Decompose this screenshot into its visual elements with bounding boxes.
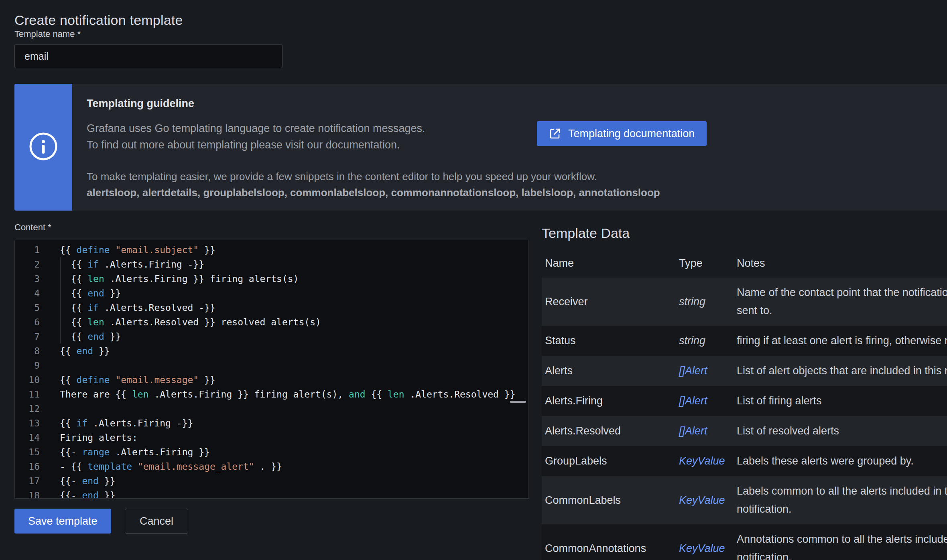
- code-line: 4 {{ end }}: [15, 286, 528, 300]
- code-line: 6 {{ len .Alerts.Resolved }} resolved al…: [15, 315, 528, 329]
- field-name: GroupLabels: [545, 455, 679, 467]
- code-text: {{ define "email.message" }}: [40, 373, 215, 387]
- line-number: 16: [15, 459, 40, 474]
- code-line: 2 {{ if .Alerts.Firing -}}: [15, 257, 528, 272]
- line-number: 8: [15, 344, 40, 358]
- field-type-link[interactable]: []Alert: [679, 395, 737, 407]
- code-text: [40, 358, 60, 373]
- content-code-editor[interactable]: 1{{ define "email.subject" }}2 {{ if .Al…: [14, 240, 529, 499]
- field-notes: Labels common to all the alerts included…: [737, 476, 947, 524]
- template-data-row: GroupLabelsKeyValueLabels these alerts w…: [542, 446, 947, 476]
- code-line: 14Firing alerts:: [15, 430, 528, 445]
- guideline-text-line1: Grafana uses Go templating language to c…: [87, 120, 947, 137]
- line-number: 10: [15, 373, 40, 387]
- template-name-label: Template name *: [14, 29, 81, 39]
- template-data-row: Alerts.Resolved[]AlertList of resolved a…: [542, 416, 947, 446]
- code-text: - {{ template "email.message_alert" . }}: [40, 459, 282, 474]
- field-type-link[interactable]: KeyValue: [679, 494, 737, 507]
- cancel-button[interactable]: Cancel: [125, 509, 188, 534]
- save-template-button[interactable]: Save template: [14, 509, 111, 534]
- template-data-table: Name Type Notes ReceiverstringName of th…: [542, 254, 947, 560]
- line-number: 3: [15, 272, 40, 286]
- field-type-link[interactable]: KeyValue: [679, 455, 737, 467]
- guideline-text-line2: To find out more about templating please…: [87, 137, 947, 153]
- code-text: {{ define "email.subject" }}: [40, 243, 215, 257]
- code-line: 13{{ if .Alerts.Firing -}}: [15, 416, 528, 430]
- line-number: 2: [15, 257, 40, 272]
- template-data-row: CommonAnnotationsKeyValueAnnotations com…: [542, 524, 947, 560]
- line-number: 4: [15, 286, 40, 300]
- code-text: {{- range .Alerts.Firing }}: [40, 445, 210, 459]
- field-notes: List of firing alerts: [737, 386, 947, 416]
- code-line: 15{{- range .Alerts.Firing }}: [15, 445, 528, 459]
- code-line: 9: [15, 358, 528, 373]
- field-type-link[interactable]: KeyValue: [679, 542, 737, 555]
- code-text: Firing alerts:: [40, 430, 138, 445]
- field-name: Status: [545, 335, 679, 347]
- external-link-icon: [549, 128, 561, 140]
- code-line: 3 {{ len .Alerts.Firing }} firing alerts…: [15, 272, 528, 286]
- template-data-row: Statusstringfiring if at least one alert…: [542, 326, 947, 356]
- code-line: 12: [15, 402, 528, 416]
- code-lines: 1{{ define "email.subject" }}2 {{ if .Al…: [15, 240, 528, 499]
- line-number: 11: [15, 387, 40, 402]
- column-header-notes: Notes: [737, 258, 947, 269]
- code-line: 10{{ define "email.message" }}: [15, 373, 528, 387]
- field-notes: Labels these alerts were grouped by.: [737, 446, 947, 476]
- field-notes: Annotations common to all the alerts inc…: [737, 524, 947, 560]
- code-text: {{- end }}: [40, 474, 115, 488]
- field-name: CommonLabels: [545, 494, 679, 507]
- info-icon: [28, 132, 58, 163]
- line-number: 6: [15, 315, 40, 329]
- code-line: 16- {{ template "email.message_alert" . …: [15, 459, 528, 474]
- line-number: 14: [15, 430, 40, 445]
- code-line: 1{{ define "email.subject" }}: [15, 243, 528, 257]
- code-text: {{ if .Alerts.Resolved -}}: [40, 300, 215, 315]
- code-line: 11There are {{ len .Alerts.Firing }} fir…: [15, 387, 528, 402]
- template-data-rows: ReceiverstringName of the contact point …: [542, 278, 947, 560]
- code-text: [40, 402, 60, 416]
- code-text: {{ end }}: [40, 344, 110, 358]
- line-number: 12: [15, 402, 40, 416]
- guideline-title: Templating guideline: [87, 97, 947, 110]
- field-type-link[interactable]: []Alert: [679, 425, 737, 437]
- code-text: {{ end }}: [40, 329, 121, 344]
- line-number: 18: [15, 488, 40, 499]
- template-data-row: ReceiverstringName of the contact point …: [542, 278, 947, 326]
- content-label: Content *: [14, 222, 51, 233]
- field-type-link[interactable]: []Alert: [679, 365, 737, 377]
- line-number: 17: [15, 474, 40, 488]
- code-line: 17{{- end }}: [15, 474, 528, 488]
- field-notes: Name of the contact point that the notif…: [737, 278, 947, 326]
- line-number: 5: [15, 300, 40, 315]
- snippets-block: To make templating easier, we provide a …: [87, 168, 947, 201]
- template-data-row: Alerts.Firing[]AlertList of firing alert…: [542, 386, 947, 416]
- code-text: There are {{ len .Alerts.Firing }} firin…: [40, 387, 516, 402]
- field-type: string: [679, 296, 737, 308]
- editor-cursor-bar: [510, 401, 526, 403]
- page-title: Create notification template: [14, 12, 183, 28]
- template-data-row: CommonLabelsKeyValueLabels common to all…: [542, 476, 947, 524]
- code-text: {{- end }}: [40, 488, 115, 499]
- template-data-row: Alerts[]AlertList of alert objects that …: [542, 356, 947, 386]
- field-name: Alerts.Firing: [545, 395, 679, 407]
- code-line: 7 {{ end }}: [15, 329, 528, 344]
- template-name-input[interactable]: [14, 44, 282, 68]
- line-number: 1: [15, 243, 40, 257]
- field-name: Alerts.Resolved: [545, 425, 679, 437]
- code-text: {{ if .Alerts.Firing -}}: [40, 416, 193, 430]
- templating-documentation-label: Templating documentation: [568, 128, 695, 140]
- callout-body: Templating guideline Grafana uses Go tem…: [72, 84, 947, 211]
- create-notification-template-page: Create notification template Template na…: [0, 0, 947, 560]
- snippets-intro: To make templating easier, we provide a …: [87, 168, 947, 185]
- snippets-list: alertsloop, alertdetails, grouplabelsloo…: [87, 185, 947, 201]
- field-notes: List of resolved alerts: [737, 416, 947, 446]
- line-number: 9: [15, 358, 40, 373]
- field-notes: firing if at least one alert is firing, …: [737, 326, 947, 356]
- field-name: CommonAnnotations: [545, 542, 679, 555]
- template-data-panel: Template Data Name Type Notes Receiverst…: [542, 225, 947, 560]
- field-name: Receiver: [545, 296, 679, 308]
- templating-documentation-button[interactable]: Templating documentation: [537, 121, 707, 146]
- code-text: {{ end }}: [40, 286, 121, 300]
- code-text: {{ len .Alerts.Firing }} firing alerts(s…: [40, 272, 299, 286]
